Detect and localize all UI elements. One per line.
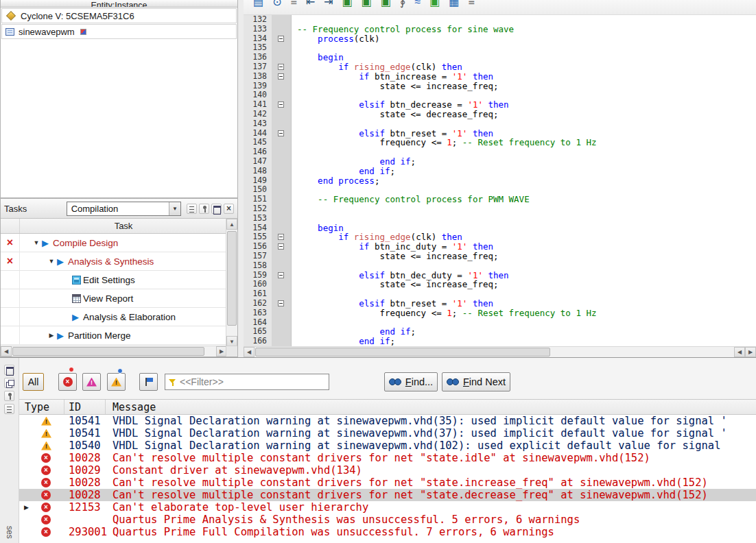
expand-icon[interactable]: ▶ xyxy=(19,504,41,511)
task-row[interactable]: ×▼▶Analysis & Synthesis xyxy=(1,252,227,271)
chevron-down-icon[interactable]: ▼ xyxy=(169,202,180,215)
scrollbar-thumb[interactable] xyxy=(227,231,237,326)
navigator-device-row[interactable]: Cyclone V: 5CSEMA5F31C6 xyxy=(1,8,237,23)
code-line[interactable]: 134 process(clk) xyxy=(244,34,756,44)
code-line[interactable]: 161 xyxy=(244,289,756,299)
message-row[interactable]: ×10028Can't resolve multiple constant dr… xyxy=(19,489,756,501)
report-icon[interactable]: ▤ xyxy=(253,0,263,14)
message-row[interactable]: ×10028Can't resolve multiple constant dr… xyxy=(19,452,756,464)
pin-icon[interactable] xyxy=(4,391,14,401)
grid-icon[interactable]: ▦ xyxy=(449,0,459,14)
code-line[interactable]: 136 begin xyxy=(244,53,756,62)
code-line[interactable]: 152 xyxy=(244,204,756,214)
code-line[interactable]: 166 end if; xyxy=(244,337,756,346)
message-row[interactable]: ×Quartus Prime Analysis & Synthesis was … xyxy=(19,514,756,526)
filter-input[interactable] xyxy=(180,376,325,387)
fold-toggle-icon[interactable] xyxy=(278,130,284,136)
scroll-up-icon[interactable]: ▲ xyxy=(226,219,237,230)
close-icon[interactable] xyxy=(224,204,234,214)
outdent-icon[interactable]: ⇤ xyxy=(306,0,315,14)
list-icon[interactable]: ≡ xyxy=(468,0,474,14)
critical-warning-filter-button[interactable]: ! xyxy=(82,373,101,391)
tree-expander-icon[interactable]: ▶ xyxy=(46,332,57,339)
code-line[interactable]: 148 end if; xyxy=(244,167,756,176)
code-line[interactable]: 160 state <= increase_freq; xyxy=(244,280,756,289)
attach-icon[interactable]: ∮ xyxy=(400,0,405,14)
task-row[interactable]: Edit Settings xyxy=(1,271,227,289)
code-line[interactable]: 140 xyxy=(244,90,756,100)
check-syntax-icon[interactable]: ▣ xyxy=(429,0,440,14)
code-line[interactable]: 164 xyxy=(244,318,756,328)
pin-icon[interactable] xyxy=(199,204,209,214)
code-line[interactable]: 150 xyxy=(244,185,756,195)
float-icon[interactable] xyxy=(211,204,222,214)
find-icon[interactable]: ⊙ xyxy=(272,0,281,14)
task-row[interactable]: ▶▶Partition Merge xyxy=(1,326,227,345)
fold-toggle-icon[interactable] xyxy=(278,300,284,306)
message-row[interactable]: ▶×12153Can't elaborate top-level user hi… xyxy=(19,501,756,514)
flow-selector[interactable]: Compilation ▼ xyxy=(67,202,181,216)
code-line[interactable]: 159 elsif btn_dec_duty = '1' then xyxy=(244,271,756,280)
warning-filter-button[interactable]: ! xyxy=(107,373,126,391)
copy-icon[interactable] xyxy=(4,378,14,388)
code-line[interactable]: 157 state <= increase_freq; xyxy=(244,252,756,261)
code-editor[interactable]: 132133-- Frequency control process for s… xyxy=(244,15,756,346)
tree-expander-icon[interactable]: ▼ xyxy=(46,258,57,265)
code-line[interactable]: 153 xyxy=(244,214,756,224)
task-row[interactable]: ▶Analysis & Elaboration xyxy=(1,308,227,326)
message-filter-box[interactable] xyxy=(165,374,329,390)
code-line[interactable]: 156 if btn_inc_duty = '1' then xyxy=(244,242,756,252)
code-line[interactable]: 146 xyxy=(244,147,756,157)
navigator-entity-row[interactable]: sinewavepwm xyxy=(1,24,237,39)
message-row[interactable]: !10541VHDL Signal Declaration warning at… xyxy=(19,415,756,427)
code-line[interactable]: 137 if rising_edge(clk) then xyxy=(244,62,756,72)
message-row[interactable]: !10541VHDL Signal Declaration warning at… xyxy=(19,427,756,439)
scroll-left-icon[interactable]: ◀ xyxy=(734,347,745,357)
code-line[interactable]: 155 if rising_edge(clk) then xyxy=(244,232,756,242)
code-line[interactable]: 145 frequency <= 1; -- Reset frequency t… xyxy=(244,138,756,147)
fold-toggle-icon[interactable] xyxy=(278,64,284,70)
editor-horizontal-scrollbar[interactable]: ◀ ◀ ▶ xyxy=(244,346,756,357)
task-row[interactable]: View Report xyxy=(1,289,227,308)
indent-icon[interactable]: ⇥ xyxy=(324,0,333,14)
tree-expander-icon[interactable]: ▼ xyxy=(31,239,42,246)
scrollbar-thumb[interactable] xyxy=(255,348,550,357)
code-line[interactable]: 133-- Frequency control process for sine… xyxy=(244,25,756,34)
code-line[interactable]: 143 xyxy=(244,119,756,129)
code-line[interactable]: 162 elsif btn_reset = '1' then xyxy=(244,299,756,309)
code-line[interactable]: 141 elsif btn_decrease = '1' then xyxy=(244,100,756,110)
find-button[interactable]: Find... xyxy=(384,372,438,391)
all-messages-button[interactable]: All xyxy=(23,373,44,391)
fold-toggle-icon[interactable] xyxy=(278,101,284,108)
fold-toggle-icon[interactable] xyxy=(278,234,284,240)
fold-toggle-icon[interactable] xyxy=(278,243,284,250)
code-line[interactable]: 142 state <= decrease_freq; xyxy=(244,110,756,119)
fold-toggle-icon[interactable] xyxy=(278,73,284,80)
code-line[interactable]: 151 -- Frequency control process for PWM… xyxy=(244,195,756,204)
flag-filter-button[interactable] xyxy=(139,373,158,391)
scroll-left-icon[interactable]: ◀ xyxy=(244,347,255,357)
new-window-icon[interactable] xyxy=(4,365,14,375)
menu-icon[interactable] xyxy=(4,404,14,414)
code-line[interactable]: 163 frequency <= 1; -- Reset frequency t… xyxy=(244,309,756,318)
code-line[interactable]: 144 elsif btn_reset = '1' then xyxy=(244,129,756,138)
code-line[interactable]: 132 xyxy=(244,15,756,25)
save-file-icon[interactable]: ▣ xyxy=(381,0,391,14)
wave-icon[interactable]: ≈ xyxy=(414,0,421,14)
code-line[interactable]: 165 end if; xyxy=(244,327,756,337)
fold-toggle-icon[interactable] xyxy=(278,272,284,278)
scroll-right-icon[interactable]: ▶ xyxy=(745,347,756,357)
open-file-icon[interactable]: ▣ xyxy=(362,0,372,14)
message-row[interactable]: ×293001Quartus Prime Full Compilation wa… xyxy=(19,526,756,538)
message-row[interactable]: !10540VHDL Signal Declaration warning at… xyxy=(19,439,756,452)
find-next-button[interactable]: Find Next xyxy=(442,372,510,391)
tasks-horizontal-scrollbar[interactable]: ◀ ▶ xyxy=(1,346,227,357)
scroll-left-icon[interactable]: ◀ xyxy=(1,346,12,357)
code-line[interactable]: 149 end process; xyxy=(244,176,756,186)
error-filter-button[interactable]: × xyxy=(58,373,77,391)
list-icon[interactable] xyxy=(187,204,197,214)
code-line[interactable]: 135 xyxy=(244,43,756,53)
message-row[interactable]: ×10028Can't resolve multiple constant dr… xyxy=(19,476,756,489)
code-line[interactable]: 154 begin xyxy=(244,224,756,233)
code-line[interactable]: 138 if btn_increase = '1' then xyxy=(244,72,756,82)
